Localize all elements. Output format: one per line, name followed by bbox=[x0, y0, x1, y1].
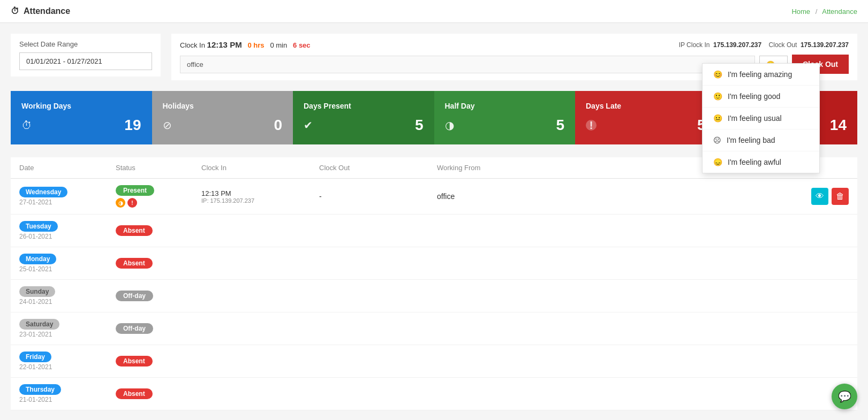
clock-in-time: 12:13 PM bbox=[207, 40, 242, 49]
stat-value-working-days: 19 bbox=[124, 117, 141, 134]
chat-icon: 💬 bbox=[838, 390, 851, 403]
date-sub: 21-01-2021 bbox=[19, 396, 116, 403]
timer-sec: 6 sec bbox=[293, 41, 311, 49]
mood-icon-awful: 😞 bbox=[713, 158, 722, 166]
status-cell: Absent bbox=[116, 225, 201, 236]
breadcrumb-current[interactable]: Attendance bbox=[822, 7, 857, 16]
table-row: Monday 25-01-2021 Absent bbox=[11, 247, 857, 280]
date-sub: 25-01-2021 bbox=[19, 265, 116, 273]
mood-label-good: I'm feeling good bbox=[728, 92, 780, 101]
day-badge: Sunday bbox=[19, 286, 55, 297]
stat-title-days-present: Days Present bbox=[304, 102, 424, 110]
stat-card-days-present: Days Present ✔ 5 bbox=[293, 91, 434, 144]
delete-button[interactable]: 🗑 bbox=[832, 188, 849, 205]
table-row: Wednesday 27-01-2021 Present ◑ ! 12:13 P… bbox=[11, 179, 857, 215]
working-from-cell: office bbox=[437, 192, 784, 201]
status-badge: Absent bbox=[116, 258, 153, 269]
date-sub: 22-01-2021 bbox=[19, 363, 116, 371]
clock-in-label: Clock In bbox=[180, 41, 205, 49]
mood-label-bad: I'm feeling bad bbox=[727, 136, 775, 144]
mood-item-awful[interactable]: 😞 I'm feeling awful bbox=[703, 151, 819, 173]
stat-value-holidays: 0 bbox=[274, 117, 282, 134]
stat-card-working-days: Working Days ⏱ 19 bbox=[11, 91, 152, 144]
page-title: Attendance bbox=[24, 6, 70, 16]
day-badge: Friday bbox=[19, 352, 51, 362]
mood-label-amazing: I'm feeling amazing bbox=[728, 70, 792, 79]
clock-in-value: 12:13 PM bbox=[201, 189, 319, 197]
col-clock-in: Clock In bbox=[201, 164, 319, 172]
mood-item-amazing[interactable]: 😊 I'm feeling amazing bbox=[703, 64, 819, 86]
check-icon: ✔ bbox=[304, 119, 313, 132]
stat-title-days-late: Days Late bbox=[586, 102, 706, 110]
clock-in-cell: 12:13 PM IP: 175.139.207.237 bbox=[201, 189, 319, 204]
mood-label-usual: I'm feeling usual bbox=[728, 114, 782, 123]
date-range-input[interactable] bbox=[19, 52, 152, 70]
date-cell: Sunday 24-01-2021 bbox=[19, 286, 116, 306]
stat-value-half-day: 5 bbox=[556, 117, 564, 134]
stat-card-days-late: Days Late ! 5 bbox=[575, 91, 716, 144]
day-badge: Tuesday bbox=[19, 221, 58, 232]
mood-icon-bad: ☹ bbox=[713, 136, 721, 144]
date-range-block: Select Date Range bbox=[11, 34, 161, 77]
status-badge: Absent bbox=[116, 356, 153, 366]
status-cell: Absent bbox=[116, 356, 201, 366]
view-button[interactable]: 👁 bbox=[811, 188, 828, 205]
date-cell: Tuesday 26-01-2021 bbox=[19, 221, 116, 240]
table-row: Tuesday 26-01-2021 Absent bbox=[11, 215, 857, 247]
stat-title-half-day: Half Day bbox=[445, 102, 565, 110]
timer-min: 0 min bbox=[270, 41, 287, 49]
mood-icon-amazing: 😊 bbox=[713, 70, 722, 79]
day-badge: Saturday bbox=[19, 319, 59, 330]
nav-title: ⏱ Attendance bbox=[11, 6, 70, 16]
date-cell: Wednesday 27-01-2021 bbox=[19, 187, 116, 206]
attendance-table: Date Status Clock In Clock Out Working F… bbox=[11, 157, 857, 410]
mood-item-bad[interactable]: ☹ I'm feeling bad bbox=[703, 129, 819, 151]
date-sub: 24-01-2021 bbox=[19, 298, 116, 306]
stat-title-holidays: Holidays bbox=[163, 102, 283, 110]
status-cell: Absent bbox=[116, 258, 201, 269]
date-cell: Friday 22-01-2021 bbox=[19, 352, 116, 371]
stat-title-working-days: Working Days bbox=[21, 102, 141, 110]
status-cell: Present ◑ ! bbox=[116, 185, 201, 208]
stat-card-half-day: Half Day ◑ 5 bbox=[434, 91, 576, 144]
mood-icon-usual: 😐 bbox=[713, 114, 722, 123]
stat-value-extra: 14 bbox=[830, 117, 847, 134]
col-status: Status bbox=[116, 164, 201, 172]
breadcrumb: Home / Attendance bbox=[791, 7, 857, 16]
status-badge: Off-day bbox=[116, 323, 153, 334]
stat-card-holidays: Holidays ⊘ 0 bbox=[152, 91, 293, 144]
mood-label-awful: I'm feeling awful bbox=[728, 158, 781, 166]
location-input[interactable] bbox=[180, 56, 755, 73]
mood-icon-good: 🙂 bbox=[713, 92, 722, 101]
status-cell: Absent bbox=[116, 388, 201, 399]
date-cell: Saturday 23-01-2021 bbox=[19, 319, 116, 338]
chat-button[interactable]: 💬 bbox=[832, 384, 857, 409]
late-status-icon: ! bbox=[127, 198, 137, 208]
half-day-status-icon: ◑ bbox=[116, 198, 125, 208]
col-clock-out: Clock Out bbox=[319, 164, 437, 172]
ip-clock-out-value: 175.139.207.237 bbox=[801, 41, 849, 49]
status-badge: Absent bbox=[116, 388, 153, 399]
eye-icon: 👁 bbox=[816, 192, 824, 201]
col-date: Date bbox=[19, 164, 116, 172]
day-badge: Wednesday bbox=[19, 187, 67, 197]
date-sub: 26-01-2021 bbox=[19, 233, 116, 240]
breadcrumb-home[interactable]: Home bbox=[791, 7, 810, 16]
clock-top-row: Clock In 12:13 PM 0 hrs 0 min 6 sec IP C… bbox=[180, 40, 849, 49]
clock-icon: ⏱ bbox=[11, 6, 19, 16]
date-range-label: Select Date Range bbox=[19, 40, 152, 48]
mood-item-usual[interactable]: 😐 I'm feeling usual bbox=[703, 108, 819, 129]
table-row: Saturday 23-01-2021 Off-day bbox=[11, 312, 857, 345]
half-day-icon: ◑ bbox=[445, 119, 454, 132]
status-cell: Off-day bbox=[116, 323, 201, 334]
top-nav: ⏱ Attendance Home / Attendance bbox=[0, 0, 868, 23]
table-row: Thursday 21-01-2021 Absent bbox=[11, 378, 857, 410]
late-icon: ! bbox=[586, 120, 597, 131]
mood-item-good[interactable]: 🙂 I'm feeling good bbox=[703, 86, 819, 108]
status-cell: Off-day bbox=[116, 291, 201, 301]
table-row: Sunday 24-01-2021 Off-day bbox=[11, 280, 857, 312]
status-badge: Off-day bbox=[116, 291, 153, 301]
day-badge: Monday bbox=[19, 254, 56, 264]
ip-info: IP Clock In 175.139.207.237 Clock Out 17… bbox=[679, 41, 849, 49]
clock-out-cell: - bbox=[319, 192, 437, 201]
